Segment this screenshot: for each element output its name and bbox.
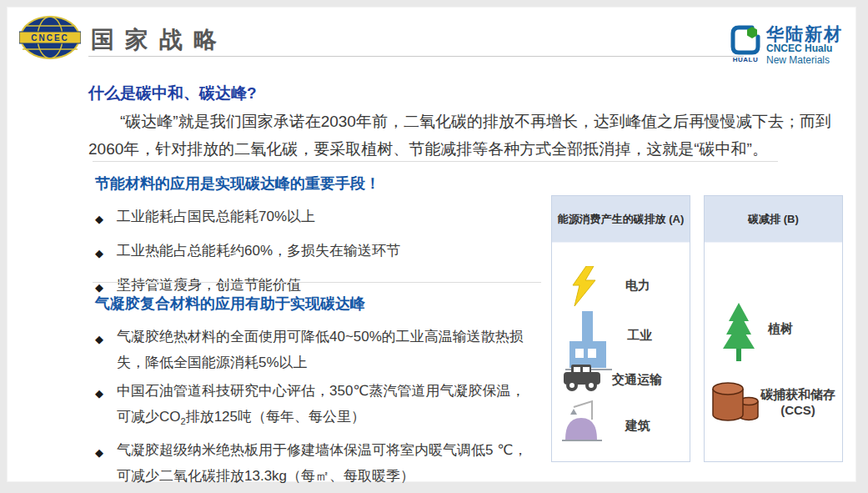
reduction-item-label: 碳捕获和储存 (CCS) <box>755 386 841 418</box>
slide-page: { "bullet_marker": "◆", "header": { "cnc… <box>0 0 868 493</box>
bullet-text: 工业热能占总能耗约60%，多损失在输送环节 <box>117 239 539 263</box>
bullet-text: 气凝胶绝热材料的全面使用可降低40~50%的工业高温输送散热损失，降低全国能源消… <box>117 324 539 375</box>
list-item: ◆ 工业能耗占国民总能耗70%以上 <box>95 205 545 231</box>
section-aerogel-bullets: ◆ 气凝胶绝热材料的全面使用可降低40~50%的工业高温输送散热损失，降低全国能… <box>95 324 545 491</box>
hualu-logo: HUALU 华陆新材 CNCEC Hualu New Materials <box>730 23 855 66</box>
building-icon <box>562 396 602 443</box>
slide: CNCEC 国家战略 HUALU 华陆新材 CNCEC Hualu New Ma… <box>7 7 856 482</box>
diamond-bullet-icon: ◆ <box>95 437 117 465</box>
section-aerogel-heading: 气凝胶复合材料的应用有助于实现碳达峰 <box>95 294 365 314</box>
hualu-logo-icon <box>730 24 761 56</box>
intro-heading: 什么是碳中和、碳达峰? <box>88 83 257 104</box>
emission-item-label: 交通运输 <box>612 372 662 388</box>
panel-reduction-title: 碳减排 (B) <box>705 196 842 243</box>
list-item: ◆ 气凝胶超级纳米绝热板用于修建墙体保温可将室内暖气调低5 ℃，可减少二氧化碳排… <box>95 437 545 489</box>
header-divider <box>88 56 744 57</box>
ccs-label-line2: (CCS) <box>755 402 841 418</box>
svg-text:CNCEC: CNCEC <box>31 33 69 43</box>
panel-carbon-emission: 能源消费产生的碳排放 (A) 电力 工业 交通运输 <box>551 195 690 462</box>
diamond-bullet-icon: ◆ <box>95 239 117 265</box>
panel-emission-title: 能源消费产生的碳排放 (A) <box>552 196 690 243</box>
lightning-icon <box>570 266 597 306</box>
list-item: ◆ 中国石油管道科技研究中心评估，350℃蒸汽管道用气凝胶保温，可减少CO2排放… <box>95 378 545 435</box>
bullet-text: 气凝胶超级纳米绝热板用于修建墙体保温可将室内暖气调低5 ℃，可减少二氧化碳排放1… <box>117 437 539 489</box>
hualu-name-en2: New Materials <box>766 54 830 66</box>
section-energy-heading: 节能材料的应用是实现碳达峰的重要手段！ <box>95 174 380 194</box>
barrels-icon <box>711 381 760 425</box>
page-title: 国家战略 <box>91 24 228 56</box>
diamond-bullet-icon: ◆ <box>95 324 117 352</box>
divider <box>93 282 541 283</box>
list-item: ◆ 气凝胶绝热材料的全面使用可降低40~50%的工业高温输送散热损失，降低全国能… <box>95 324 545 375</box>
diamond-bullet-icon: ◆ <box>95 205 117 231</box>
section-energy-bullets: ◆ 工业能耗占国民总能耗70%以上 ◆ 工业热能占总能耗约60%，多损失在输送环… <box>95 205 545 308</box>
list-item: ◆ 工业热能占总能耗约60%，多损失在输送环节 <box>95 239 545 265</box>
bullet-text: 工业能耗占国民总能耗70%以上 <box>117 205 539 229</box>
panel-carbon-reduction: 碳减排 (B) 植树 碳捕获和储存 (CCS) <box>704 195 843 462</box>
bullet-text: 中国石油管道科技研究中心评估，350℃蒸汽管道用气凝胶保温，可减少CO2排放12… <box>117 378 539 435</box>
tree-icon <box>723 303 755 361</box>
hualu-name-en1: CNCEC Hualu <box>766 43 832 54</box>
car-icon <box>562 361 602 395</box>
intro-paragraph: “碳达峰”就是我们国家承诺在2030年前，二氧化碳的排放不再增长，达到峰值之后再… <box>88 108 845 163</box>
emission-item-label: 建筑 <box>625 418 650 434</box>
cncec-logo-icon: CNCEC <box>19 16 81 59</box>
bullet-text-post: 排放125吨（每年、每公里） <box>186 409 365 425</box>
divider <box>93 161 778 162</box>
hualu-mark-text: HUALU <box>730 56 761 63</box>
ccs-label-line1: 碳捕获和储存 <box>755 386 841 402</box>
emission-item-label: 电力 <box>625 278 650 294</box>
diamond-bullet-icon: ◆ <box>95 378 117 406</box>
reduction-item-label: 植树 <box>768 321 793 337</box>
emission-item-label: 工业 <box>627 328 652 344</box>
